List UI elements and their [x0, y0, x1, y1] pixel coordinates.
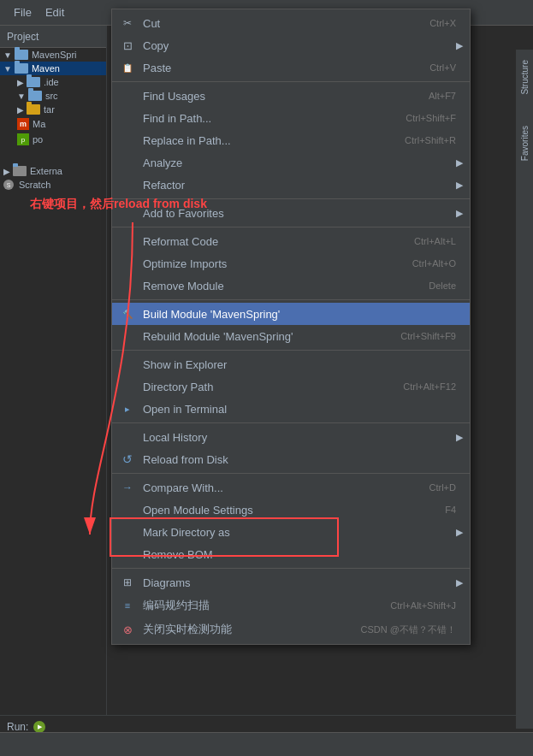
menu-item-replace-in-path[interactable]: Replace in Path... Ctrl+Shift+R — [112, 129, 470, 151]
menu-item-show-explorer[interactable]: Show in Explorer — [112, 353, 470, 375]
menu-item-rebuild-shortcut: Ctrl+Shift+F9 — [400, 331, 456, 341]
menu-item-diagrams[interactable]: ⊞ Diagrams ▶ — [112, 571, 470, 594]
local-history-arrow: ▶ — [456, 432, 463, 443]
menu-item-module-settings[interactable]: Open Module Settings F4 — [112, 499, 470, 521]
menu-item-add-favorites[interactable]: Add to Favorites ▶ — [112, 202, 470, 224]
menu-item-close-detect-shortcut: CSDN @不错？不错！ — [361, 623, 456, 636]
menu-item-refactor[interactable]: Refactor ▶ — [112, 174, 470, 196]
menu-item-paste-label: Paste — [143, 62, 171, 74]
copy-icon: ⊡ — [121, 38, 134, 52]
menu-item-replace-in-path-label: Replace in Path... — [143, 134, 231, 147]
reload-icon: ↺ — [121, 452, 134, 466]
menu-item-compare[interactable]: → Compare With... Ctrl+D — [112, 476, 470, 499]
menu-item-reformat-shortcut: Ctrl+Alt+L — [414, 236, 456, 246]
separator-1 — [112, 81, 470, 82]
separator-6 — [112, 422, 470, 423]
close-detect-icon: ⊗ — [121, 623, 134, 636]
menu-item-encode-scan[interactable]: ≡ 编码规约扫描 Ctrl+Alt+Shift+J — [112, 594, 470, 617]
menu-item-find-usages[interactable]: Find Usages Alt+F7 — [112, 85, 470, 107]
refactor-submenu-arrow: ▶ — [456, 180, 463, 191]
menu-item-paste-shortcut: Ctrl+V — [429, 62, 456, 73]
menu-item-cut-label: Cut — [143, 17, 160, 30]
menu-item-compare-label: Compare With... — [143, 481, 223, 494]
terminal-icon: ▸ — [121, 402, 134, 416]
menu-item-open-terminal-label: Open in Terminal — [143, 403, 227, 416]
menu-item-find-usages-label: Find Usages — [143, 90, 205, 103]
menu-item-reformat-label: Reformat Code — [143, 235, 218, 248]
scissors-icon — [121, 16, 134, 30]
menu-item-close-detect[interactable]: ⊗ 关闭实时检测功能 CSDN @不错？不错！ — [112, 617, 470, 641]
menu-item-rebuild-module[interactable]: Rebuild Module 'MavenSpring' Ctrl+Shift+… — [112, 325, 470, 347]
menu-item-optimize-imports-label: Optimize Imports — [143, 257, 227, 270]
menu-item-refactor-label: Refactor — [143, 179, 185, 192]
menu-item-find-in-path-shortcut: Ctrl+Shift+F — [406, 113, 456, 123]
menu-item-analyze[interactable]: Analyze ▶ — [112, 151, 470, 174]
copy-submenu-arrow: ▶ — [456, 40, 463, 51]
menu-item-directory-path[interactable]: Directory Path Ctrl+Alt+F12 — [112, 375, 470, 398]
analyze-submenu-arrow: ▶ — [456, 157, 463, 168]
favorites-submenu-arrow: ▶ — [456, 208, 463, 219]
menu-item-directory-path-shortcut: Ctrl+Alt+F12 — [403, 381, 456, 392]
menu-item-encode-shortcut: Ctrl+Alt+Shift+J — [390, 600, 456, 611]
menu-item-compare-shortcut: Ctrl+D — [429, 482, 456, 493]
menu-item-remove-bom-label: Remove BOM — [143, 548, 213, 561]
menu-item-optimize-imports-shortcut: Ctrl+Alt+O — [412, 258, 456, 269]
menu-item-local-history-label: Local History — [143, 431, 207, 444]
menu-item-module-settings-label: Open Module Settings — [143, 504, 253, 517]
menu-item-open-terminal[interactable]: ▸ Open in Terminal — [112, 398, 470, 420]
menu-item-rebuild-module-label: Rebuild Module 'MavenSpring' — [143, 330, 293, 343]
menu-item-diagrams-label: Diagrams — [143, 576, 191, 589]
menu-item-show-explorer-label: Show in Explorer — [143, 358, 227, 371]
separator-8 — [112, 568, 470, 569]
menu-item-mark-directory[interactable]: Mark Directory as ▶ — [112, 521, 470, 543]
menu-item-cut-shortcut: Ctrl+X — [429, 18, 456, 28]
menu-item-remove-bom[interactable]: Remove BOM — [112, 543, 470, 565]
menu-item-local-history[interactable]: Local History ▶ — [112, 426, 470, 448]
menu-item-directory-path-label: Directory Path — [143, 381, 213, 393]
menu-item-analyze-label: Analyze — [143, 157, 182, 169]
menu-item-add-favorites-label: Add to Favorites — [143, 207, 224, 220]
menu-item-remove-module[interactable]: Remove Module Delete — [112, 275, 470, 297]
encode-icon: ≡ — [121, 599, 134, 612]
menu-item-build-module-label: Build Module 'MavenSpring' — [143, 308, 280, 321]
menu-item-copy-label: Copy — [143, 39, 169, 52]
mark-directory-arrow: ▶ — [456, 527, 463, 538]
menu-item-copy[interactable]: ⊡ Copy ▶ — [112, 34, 470, 56]
separator-7 — [112, 473, 470, 474]
diagrams-arrow: ▶ — [456, 577, 463, 588]
menu-item-reformat[interactable]: Reformat Code Ctrl+Alt+L — [112, 230, 470, 252]
menu-item-replace-in-path-shortcut: Ctrl+Shift+R — [405, 135, 456, 145]
separator-2 — [112, 198, 470, 199]
diagrams-icon: ⊞ — [121, 576, 134, 589]
compare-icon: → — [121, 481, 134, 494]
separator-5 — [112, 350, 470, 351]
menu-item-build-module[interactable]: 🔨 Build Module 'MavenSpring' — [112, 303, 470, 325]
menu-item-reload-disk-label: Reload from Disk — [143, 453, 228, 466]
separator-3 — [112, 227, 470, 227]
menu-item-find-usages-shortcut: Alt+F7 — [429, 91, 456, 101]
menu-item-find-in-path[interactable]: Find in Path... Ctrl+Shift+F — [112, 107, 470, 129]
build-icon: 🔨 — [121, 307, 134, 321]
context-menu: Cut Ctrl+X ⊡ Copy ▶ 📋 Paste Ctrl+V Find … — [111, 9, 471, 645]
paste-icon: 📋 — [121, 61, 134, 74]
menu-item-reload-disk[interactable]: ↺ Reload from Disk — [112, 448, 470, 470]
menu-item-mark-directory-label: Mark Directory as — [143, 526, 230, 539]
menu-item-optimize-imports[interactable]: Optimize Imports Ctrl+Alt+O — [112, 252, 470, 275]
menu-item-remove-module-shortcut: Delete — [429, 281, 456, 291]
menu-item-paste[interactable]: 📋 Paste Ctrl+V — [112, 56, 470, 79]
menu-item-find-in-path-label: Find in Path... — [143, 112, 211, 125]
menu-item-cut[interactable]: Cut Ctrl+X — [112, 12, 470, 34]
context-menu-overlay: Cut Ctrl+X ⊡ Copy ▶ 📋 Paste Ctrl+V Find … — [0, 0, 533, 756]
menu-item-encode-scan-label: 编码规约扫描 — [143, 598, 210, 613]
separator-4 — [112, 299, 470, 300]
menu-item-module-settings-shortcut: F4 — [445, 505, 456, 515]
menu-item-close-detect-label: 关闭实时检测功能 — [143, 622, 232, 637]
menu-item-remove-module-label: Remove Module — [143, 280, 224, 292]
